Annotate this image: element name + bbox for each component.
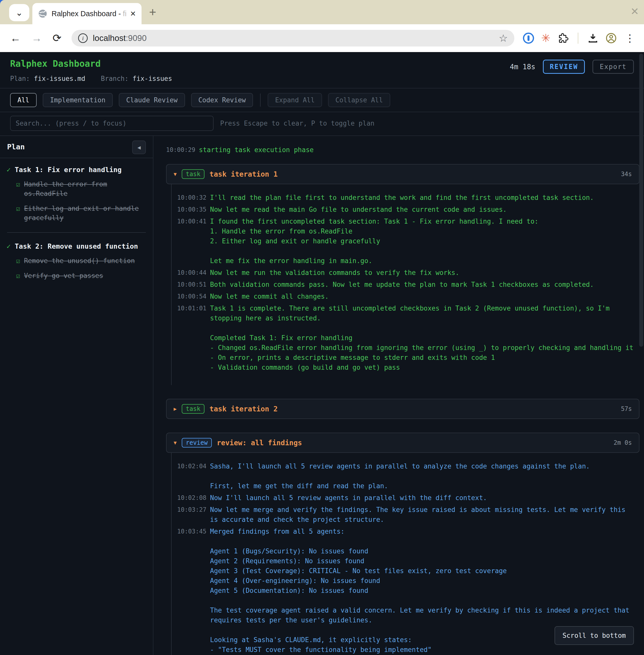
section-body: 10:00:32I'll read the plan file first to… [171,184,640,385]
plan-branch-meta: Plan: fix-issues.md Branch: fix-issues [10,75,634,83]
section-type-badge: task [182,404,205,414]
sidebar-title: Plan [7,142,25,151]
export-button[interactable]: Export [593,60,634,74]
section-header[interactable]: ▼tasktask iteration 134s [166,164,640,184]
task-checklist-item: ☑Either log and exit or handle gracefull… [16,204,146,223]
checkbox-checked-icon: ☑ [16,204,20,223]
task-header: ✓Task 1: Fix error handling [6,166,146,173]
log-section: ▶tasktask iteration 257s [166,399,640,419]
log-timestamp: 10:00:32 [177,193,204,203]
tab-title: Ralphex Dashboard - fix [51,9,126,18]
log-entry: 10:00:41I found the first uncompleted ta… [177,216,640,266]
log-entry: 10:00:51Both validation commands pass. N… [177,280,640,289]
log-message: Now let me run the validation commands t… [210,268,459,278]
filter-tab-claude-review[interactable]: Claude Review [119,93,185,107]
extension-icons: ✳ [521,32,619,44]
task-checklist-item: ☑Remove the unused() function [16,256,146,265]
search-hint: Press Escape to clear, P to toggle plan [220,119,374,127]
log-entry: 10:00:35Now let me read the main Go file… [177,205,640,214]
window-close-button[interactable]: ✕ [630,5,639,17]
task-item-text: Handle the error from os.ReadFile [24,180,146,198]
chevron-down-icon: ⌄ [16,7,23,18]
chevron-down-icon: ▼ [174,171,177,177]
filter-tab-codex-review[interactable]: Codex Review [191,93,253,107]
back-button[interactable]: ← [6,30,25,46]
url-text[interactable]: localhost:9090 [93,33,493,43]
branch-label: Branch: [101,75,129,83]
content: Plan ◀ ✓Task 1: Fix error handling☑Handl… [0,136,644,655]
log-timestamp: 10:00:54 [177,291,204,302]
elapsed-timer: 4m 18s [510,63,535,71]
log-entry: 10:03:27Now let me merge and verify the … [177,505,640,524]
checkbox-checked-icon: ☑ [16,271,20,281]
password-manager-icon[interactable] [523,32,534,44]
reload-button[interactable]: ⟳ [48,30,66,46]
search-input[interactable] [10,116,213,131]
profile-avatar-icon[interactable] [605,32,617,44]
browser-tab-bar: ⌄ Ralphex Dashboard - fix ✕ + ✕ [0,0,644,24]
sidebar-header: Plan ◀ [0,136,153,158]
task-item-text: Either log and exit or handle gracefully [24,204,146,223]
checkbox-checked-icon: ☑ [16,256,20,265]
forward-button[interactable]: → [27,30,46,46]
log-message: starting task execution phase [199,145,314,155]
site-info-icon[interactable]: i [78,33,88,43]
collapse-all-button[interactable]: Collapse All [328,93,390,107]
scroll-to-bottom-button[interactable]: Scroll to bottom [554,626,634,645]
filter-tab-implementation[interactable]: Implementation [43,93,113,107]
filter-tab-all[interactable]: All [10,93,37,107]
plan-sidebar: Plan ◀ ✓Task 1: Fix error handling☑Handl… [0,136,154,655]
log-section: ▼reviewreview: all findings2m 0s10:02:04… [166,432,640,655]
log-entry: 10:00:54Now let me commit all changes. [177,291,640,302]
task-header: ✓Task 2: Remove unused function [6,242,146,250]
bookmark-star-icon[interactable]: ☆ [499,32,508,44]
task-item-text: Remove the unused() function [24,256,135,265]
review-button[interactable]: REVIEW [543,60,585,74]
extensions-puzzle-icon[interactable] [557,32,569,44]
globe-icon [38,9,47,19]
log-timestamp: 10:00:35 [177,205,204,214]
log-area: 10:00:29 starting task execution phase ▼… [154,136,644,655]
expand-all-button[interactable]: Expand All [268,93,322,107]
tab-close-icon[interactable]: ✕ [130,9,136,18]
sidebar-collapse-button[interactable]: ◀ [132,140,146,154]
task-title: Task 1: Fix error handling [15,166,121,173]
section-title: task iteration 1 [209,170,278,179]
section-type-badge: review [182,438,212,447]
log-message: Sasha, I'll launch all 5 review agents i… [210,462,590,491]
section-duration: 2m 0s [614,439,632,446]
log-message: Now I'll launch all 5 review agents in p… [210,493,487,503]
log-message: Now let me read the main Go file to unde… [210,205,507,214]
log-timestamp: 10:03:27 [177,505,204,524]
download-icon[interactable] [588,32,598,44]
section-title: task iteration 2 [209,405,278,413]
browser-tab[interactable]: Ralphex Dashboard - fix ✕ [32,3,141,24]
tab-search-button[interactable]: ⌄ [9,4,29,21]
url-bar[interactable]: i localhost:9090 ☆ [71,30,514,47]
ralphex-dashboard: Ralphex Dashboard Plan: fix-issues.md Br… [0,52,644,655]
checkmark-icon: ✓ [6,242,10,250]
section-type-badge: task [182,169,205,179]
log-message: Both validation commands pass. Now let m… [210,280,594,289]
log-message: I'll read the plan file first to underst… [210,193,594,203]
log-timestamp: 10:01:01 [177,304,204,373]
branch-value: fix-issues [133,75,172,83]
section-header[interactable]: ▶tasktask iteration 257s [166,399,640,419]
log-timestamp: 10:03:45 [177,527,204,655]
task-title: Task 2: Remove unused function [15,242,138,250]
section-header[interactable]: ▼reviewreview: all findings2m 0s [166,432,640,453]
log-entry: 10:02:08Now I'll launch all 5 review age… [177,493,640,503]
browser-menu-icon[interactable]: ⋮ [622,32,638,44]
starburst-extension-icon[interactable]: ✳ [541,32,551,44]
new-tab-button[interactable]: + [149,6,156,18]
log-entry: 10:01:01Task 1 is complete. There are st… [177,304,640,373]
chevron-down-icon: ▼ [174,440,177,446]
log-entry: 10:00:44Now let me run the validation co… [177,268,640,278]
task-item-text: Verify go vet passes [24,271,103,281]
log-entry: 10:00:29 starting task execution phase [166,145,640,155]
section-duration: 34s [621,170,632,178]
page-scrollbar-thumb[interactable] [639,53,643,347]
log-timestamp: 10:00:29 [166,145,192,155]
search-row: Press Escape to clear, P to toggle plan [0,112,644,136]
chevron-right-icon: ▶ [174,406,177,412]
